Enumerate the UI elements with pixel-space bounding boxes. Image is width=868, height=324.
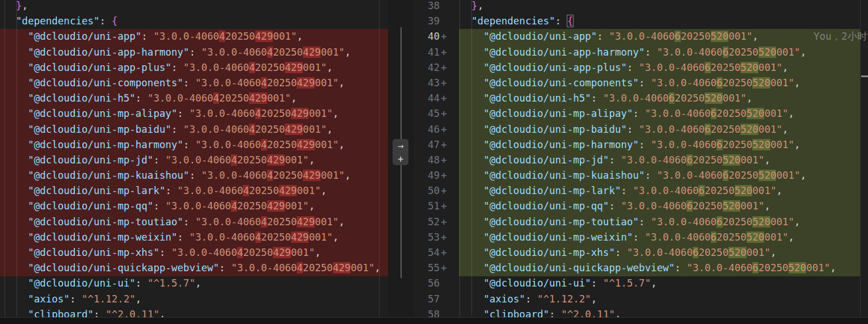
code-line-right[interactable]: 47+ "@dcloudio/uni-mp-harmony": "3.0.0-4… [414, 137, 868, 153]
code-text: "@dcloudio/uni-mp-baidu": "3.0.0-4060620… [414, 122, 868, 137]
code-text: "@dcloudio/uni-mp-kuaishou": "3.0.0-4060… [414, 168, 868, 183]
punctuation-token: , [800, 170, 807, 181]
code-line-left[interactable]: "@dcloudio/uni-mp-toutiao": "3.0.0-40604… [0, 214, 388, 230]
code-line-left[interactable]: "@dcloudio/uni-h5": "3.0.0-4060420250429… [0, 91, 388, 107]
code-line-right[interactable]: 52+ "@dcloudio/uni-mp-toutiao": "3.0.0-4… [414, 214, 868, 230]
json-key-token: "@dcloudio/uni-mp-alipay" [28, 108, 177, 119]
code-line-right[interactable]: 46+ "@dcloudio/uni-mp-baidu": "3.0.0-406… [414, 122, 868, 138]
punctuation-token [460, 92, 483, 104]
code-text: "@dcloudio/uni-mp-xhs": "3.0.0-406042025… [0, 245, 388, 260]
code-line-right[interactable]: 55+ "@dcloudio/uni-quickapp-webview": "3… [414, 260, 868, 276]
json-value-token: 20250 [267, 77, 297, 89]
punctuation-token [4, 200, 28, 212]
json-value-token: 520 [752, 139, 770, 150]
code-line-right[interactable]: 42+ "@dcloudio/uni-app-plus": "3.0.0-406… [414, 60, 868, 76]
code-line-left[interactable]: "@dcloudio/uni-mp-baidu": "3.0.0-4060420… [0, 122, 388, 138]
json-key-token: "@dcloudio/uni-ui" [483, 277, 591, 289]
code-line-left[interactable]: "axios": "^1.12.2", [0, 292, 388, 308]
code-line-left[interactable]: "@dcloudio/uni-mp-alipay": "3.0.0-406042… [0, 106, 388, 122]
code-line-right[interactable]: 43+ "@dcloudio/uni-components": "3.0.0-4… [414, 75, 868, 91]
stage-change-plus-button[interactable]: + [393, 153, 408, 165]
code-line-right[interactable]: 48+ "@dcloudio/uni-mp-jd": "3.0.0-406062… [414, 153, 868, 169]
code-line-right[interactable]: 45+ "@dcloudio/uni-mp-alipay": "3.0.0-40… [414, 106, 868, 122]
punctuation-token: , [374, 262, 381, 273]
json-key-token: "@dcloudio/uni-quickapp-webview" [483, 262, 675, 273]
punctuation-token [4, 216, 28, 228]
punctuation-token: : [627, 124, 639, 135]
json-value-token: 20250 [225, 31, 255, 42]
punctuation-token [460, 247, 483, 258]
code-line-right[interactable]: 49+ "@dcloudio/uni-mp-kuaishou": "3.0.0-… [414, 168, 868, 184]
code-line-right[interactable]: 38 }, [414, 0, 868, 14]
code-line-left[interactable]: "@dcloudio/uni-app-harmony": "3.0.0-4060… [0, 45, 388, 61]
punctuation-token [4, 262, 28, 273]
json-value-token: "3.0.0-4060 [195, 139, 261, 150]
json-value-token: 4 [261, 139, 267, 150]
json-value-token: 001" [321, 47, 344, 58]
json-value-token: 20250 [705, 185, 735, 196]
code-line-right[interactable]: 57 "axios": "^1.12.2", [414, 292, 868, 308]
json-value-token: "^1.5.7" [148, 277, 195, 289]
json-value-token: 6 [686, 200, 693, 212]
punctuation-token [460, 170, 483, 181]
json-value-token: 429 [285, 124, 303, 135]
json-value-token: 429 [303, 47, 321, 58]
code-line-left[interactable]: "@dcloudio/uni-mp-harmony": "3.0.0-40604… [0, 137, 388, 153]
code-line-left[interactable]: "@dcloudio/uni-mp-jd": "3.0.0-4060420250… [0, 153, 388, 169]
json-value-token: 001" [309, 108, 332, 119]
punctuation-token: , [794, 139, 800, 150]
code-line-right[interactable]: 56 "@dcloudio/uni-ui": "^1.5.7", [414, 276, 868, 292]
code-line-right[interactable]: 41+ "@dcloudio/uni-app-harmony": "3.0.0-… [414, 45, 868, 61]
code-line-left[interactable]: }, [0, 0, 388, 14]
code-line-right[interactable]: 53+ "@dcloudio/uni-mp-weixin": "3.0.0-40… [414, 230, 868, 246]
code-line-left[interactable]: "@dcloudio/uni-quickapp-webview": "3.0.0… [0, 260, 388, 276]
code-line-left[interactable]: "dependencies": { [0, 14, 388, 30]
code-line-left[interactable]: "@dcloudio/uni-app-plus": "3.0.0-4060420… [0, 60, 388, 76]
json-value-token: 20250 [698, 247, 728, 258]
code-line-left[interactable]: "@dcloudio/uni-mp-qq": "3.0.0-4060420250… [0, 199, 388, 214]
json-value-token: 429 [285, 62, 303, 73]
code-text: "@dcloudio/uni-h5": "3.0.0-4060420250429… [0, 91, 388, 106]
punctuation-token [460, 108, 483, 119]
punctuation-token: , [339, 77, 345, 89]
punctuation-token [4, 0, 16, 11]
code-text: "@dcloudio/uni-mp-alipay": "3.0.0-406042… [0, 106, 388, 121]
json-key-token: "@dcloudio/uni-mp-lark" [483, 185, 621, 196]
revert-change-arrow-button[interactable]: → [393, 140, 408, 152]
code-line-left[interactable]: "@dcloudio/uni-mp-xhs": "3.0.0-406042025… [0, 245, 388, 261]
code-line-left[interactable]: "@dcloudio/uni-components": "3.0.0-40604… [0, 75, 388, 91]
code-line-right[interactable]: 54+ "@dcloudio/uni-mp-xhs": "3.0.0-40606… [414, 245, 868, 261]
horizontal-scrollbar-track[interactable] [0, 317, 868, 324]
diff-sash[interactable]: → + [388, 0, 414, 324]
code-line-left[interactable]: "@dcloudio/uni-mp-weixin": "3.0.0-406042… [0, 230, 388, 246]
modified-pane[interactable]: 38 },39 "dependencies": {40+You，2小时前 "@d… [414, 0, 868, 324]
code-line-left[interactable]: "@dcloudio/uni-mp-lark": "3.0.0-40604202… [0, 183, 388, 199]
json-value-token: 001" [303, 124, 327, 135]
code-line-right[interactable]: 39 "dependencies": { [414, 14, 868, 30]
code-line-left[interactable]: "@dcloudio/uni-ui": "^1.5.7", [0, 276, 388, 292]
punctuation-token: , [782, 62, 789, 73]
original-pane[interactable]: }, "dependencies": { "@dcloudio/uni-app"… [0, 0, 388, 324]
vertical-scrollbar[interactable] [860, 0, 868, 324]
json-value-token: 20250 [693, 200, 723, 212]
code-text: "@dcloudio/uni-mp-toutiao": "3.0.0-40606… [414, 214, 868, 230]
punctuation-token [460, 15, 471, 27]
json-value-token: 20250 [273, 170, 303, 181]
code-line-right[interactable]: 51+ "@dcloudio/uni-mp-qq": "3.0.0-406062… [414, 199, 868, 214]
json-value-token: 20250 [711, 124, 741, 135]
bracket-token: { [112, 15, 118, 27]
json-value-token: 001" [315, 216, 339, 228]
code-line-left[interactable]: "@dcloudio/uni-mp-kuaishou": "3.0.0-4060… [0, 168, 388, 184]
code-text: "@dcloudio/uni-h5": "3.0.0-4060620250520… [414, 91, 868, 106]
json-value-token: 001" [764, 108, 788, 119]
code-line-right[interactable]: 44+ "@dcloudio/uni-h5": "3.0.0-406062025… [414, 91, 868, 107]
punctuation-token: : [621, 185, 633, 196]
json-value-token: 6 [675, 31, 681, 42]
punctuation-token: , [315, 247, 321, 258]
code-line-right[interactable]: 50+ "@dcloudio/uni-mp-lark": "3.0.0-4060… [414, 183, 868, 199]
json-value-token: "3.0.0-4060 [686, 262, 752, 273]
code-line-right[interactable]: 40+You，2小时前 "@dcloudio/uni-app": "3.0.0-… [414, 29, 868, 45]
json-value-token: 4 [249, 124, 255, 135]
code-text: }, [0, 0, 388, 14]
code-line-left[interactable]: "@dcloudio/uni-app": "3.0.0-406042025042… [0, 29, 388, 45]
